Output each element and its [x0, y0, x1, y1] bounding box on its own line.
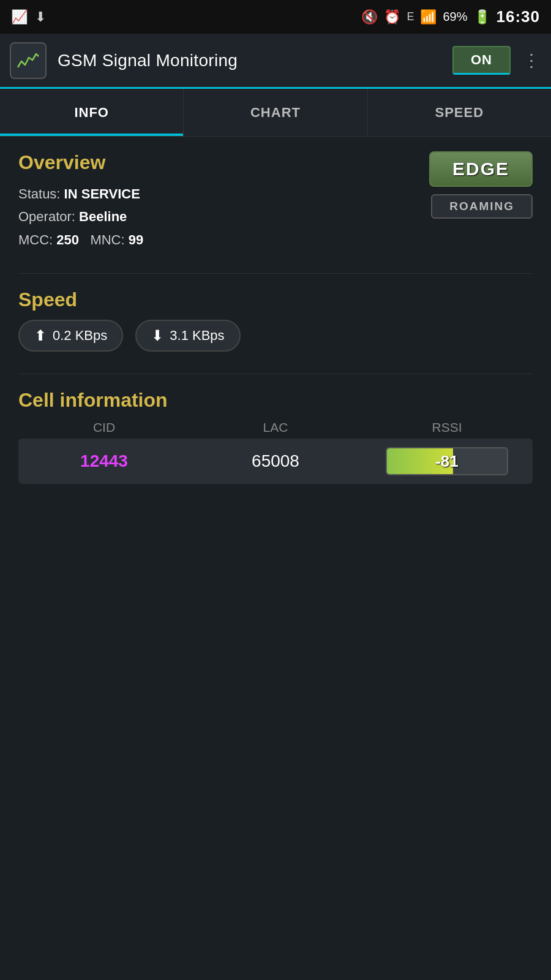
speed-badges: ⬆ 0.2 KBps ⬇ 3.1 KBps [18, 320, 533, 352]
mnc-label: MNC: [90, 232, 124, 247]
tab-bar: INFO CHART SPEED [0, 89, 551, 137]
divider-1 [18, 273, 533, 274]
on-toggle-button[interactable]: ON [452, 46, 511, 75]
app-header: GSM Signal Monitoring ON ⋮ [0, 34, 551, 89]
battery-text: 69% [443, 10, 467, 24]
roaming-badge: ROAMING [431, 194, 533, 219]
overview-section: Overview EDGE ROAMING Status: IN SERVICE… [18, 151, 533, 251]
cell-header-row: CID LAC RSSI [18, 420, 533, 435]
speed-title: Speed [18, 288, 533, 311]
chart-icon: 📈 [11, 9, 28, 25]
alarm-icon: ⏰ [384, 9, 400, 25]
cell-table: CID LAC RSSI 12443 65008 -81 [18, 420, 533, 484]
col-header-lac: LAC [190, 420, 361, 435]
cell-title: Cell information [18, 389, 533, 412]
signal-icon: 📶 [420, 9, 437, 25]
overview-badges: EDGE ROAMING [429, 151, 533, 219]
app-icon [10, 42, 47, 79]
data-icon: E [407, 10, 414, 23]
status-bar: 📈 ⬇ 🔇 ⏰ E 📶 69% 🔋 16:30 [0, 0, 551, 34]
table-row: 12443 65008 -81 [18, 439, 533, 484]
status-time: 16:30 [497, 7, 541, 26]
operator-value: Beeline [79, 209, 127, 224]
speed-section: Speed ⬆ 0.2 KBps ⬇ 3.1 KBps [18, 288, 533, 352]
download-badge: ⬇ 3.1 KBps [135, 320, 240, 352]
cell-section: Cell information CID LAC RSSI 12443 6500… [18, 389, 533, 484]
more-menu-icon[interactable]: ⋮ [523, 50, 541, 70]
tab-chart[interactable]: CHART [184, 89, 367, 136]
tab-info[interactable]: INFO [0, 89, 184, 136]
rssi-bar: -81 [386, 447, 508, 475]
download-icon: ⬇ [151, 327, 163, 344]
cell-cid: 12443 [18, 451, 190, 471]
mcc-value: 250 [56, 232, 79, 247]
status-value: IN SERVICE [64, 186, 140, 202]
cell-lac: 65008 [190, 451, 361, 471]
divider-2 [18, 374, 533, 374]
mute-icon: 🔇 [361, 9, 378, 25]
upload-icon: ⬆ [34, 327, 47, 344]
upload-value: 0.2 KBps [53, 328, 107, 344]
col-header-cid: CID [18, 420, 190, 435]
operator-label: Operator: [18, 209, 75, 224]
main-content: Overview EDGE ROAMING Status: IN SERVICE… [0, 137, 551, 517]
status-label: Status: [18, 186, 60, 202]
upload-badge: ⬆ 0.2 KBps [18, 320, 123, 352]
mnc-value: 99 [129, 232, 143, 247]
app-title: GSM Signal Monitoring [58, 51, 452, 70]
rssi-value: -81 [435, 452, 459, 471]
battery-icon: 🔋 [474, 9, 490, 25]
network-badge: EDGE [429, 151, 533, 187]
svg-rect-0 [15, 48, 41, 74]
col-header-rssi: RSSI [361, 420, 533, 435]
download-value: 3.1 KBps [170, 328, 224, 344]
cell-rssi: -81 [361, 447, 533, 475]
mcc-label: MCC: [18, 232, 53, 247]
tab-speed[interactable]: SPEED [368, 89, 551, 136]
download-icon: ⬇ [35, 9, 46, 25]
